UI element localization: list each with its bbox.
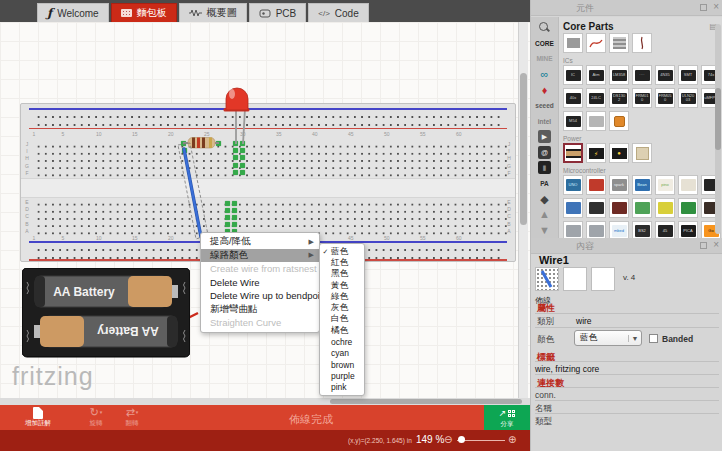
part-tile[interactable] — [563, 221, 583, 238]
horizontal-scrollbar-thumb[interactable] — [330, 399, 522, 404]
part-tile-DS1302[interactable]: DS1302 — [609, 88, 629, 108]
strip-item-search[interactable] — [531, 20, 558, 36]
tab-code[interactable]: </>Code — [308, 3, 368, 22]
undock-icon[interactable] — [700, 4, 707, 11]
color-menu-item[interactable]: 黃色 — [320, 280, 364, 291]
strip-item-seeed[interactable]: seeed — [531, 98, 558, 114]
part-tile-40x[interactable]: 40x — [563, 88, 583, 108]
canvas-horizontal-scrollbar[interactable] — [0, 398, 530, 405]
color-menu-item[interactable]: purple — [320, 370, 364, 381]
strip-item-mine[interactable]: MINE — [531, 51, 558, 67]
part-tile-pino[interactable]: pino — [655, 175, 675, 195]
part-tile-LM358[interactable]: LM358 — [609, 65, 629, 85]
part-tile[interactable] — [609, 111, 629, 131]
strip-item-@[interactable]: @ — [531, 145, 558, 161]
part-tile-ULN2003[interactable]: ULN2003 — [678, 88, 698, 108]
color-menu-item[interactable]: cyan — [320, 348, 364, 359]
part-tile-BS2[interactable]: BS2 — [632, 221, 652, 238]
part-tile[interactable] — [632, 33, 652, 53]
color-menu-item[interactable]: 黑色 — [320, 269, 364, 280]
color-menu-item[interactable]: 橘色 — [320, 325, 364, 336]
color-menu-item[interactable]: 紅色 — [320, 257, 364, 268]
menu-item[interactable]: Delete Wire up to bendpoints — [201, 289, 319, 303]
part-tile[interactable] — [609, 33, 629, 53]
part-tile-mbed[interactable]: mbed — [609, 221, 629, 238]
part-tile[interactable] — [609, 198, 629, 218]
breadboard-canvas[interactable]: 151015202530354045505560 151015202530354… — [0, 22, 530, 398]
part-tile[interactable] — [655, 198, 675, 218]
color-menu-item[interactable]: ochre — [320, 336, 364, 347]
color-menu-item[interactable]: 白色 — [320, 314, 364, 325]
menu-item[interactable]: Delete Wire — [201, 276, 319, 290]
part-tile[interactable] — [563, 143, 583, 163]
part-tile-M54[interactable]: M54 — [563, 111, 583, 131]
tab-breadboard[interactable]: 麵包板 — [111, 3, 177, 22]
menu-item[interactable]: Straighten Curve — [201, 316, 319, 330]
bin-scrollbar-thumb[interactable] — [715, 88, 721, 150]
menu-item[interactable]: 提高/降低▶ — [201, 235, 319, 249]
strip-item-∞[interactable]: ∞ — [531, 67, 558, 83]
strip-item-intel[interactable]: intel — [531, 113, 558, 129]
strip-item-♦[interactable]: ♦ — [531, 82, 558, 98]
color-menu-item[interactable]: ✓藍色 — [320, 246, 364, 257]
part-tile[interactable] — [632, 143, 652, 163]
strip-item-◆[interactable]: ◆ — [531, 191, 558, 207]
part-tile-4N35[interactable]: 4N35 — [655, 65, 675, 85]
zoom-slider-knob[interactable] — [458, 436, 465, 443]
part-tile-PICA[interactable]: PICA — [678, 221, 698, 238]
wire-color-dropdown[interactable]: 藍色▼ — [574, 330, 642, 346]
part-tile[interactable] — [586, 33, 606, 53]
part-tile-FRM010[interactable]: FRM010 — [632, 88, 652, 108]
strip-item-▮[interactable]: ▮ — [531, 160, 558, 176]
menu-item[interactable]: 線路顏色▶ — [201, 249, 319, 263]
part-tile[interactable] — [586, 221, 606, 238]
menu-item[interactable]: Create wire from ratsnest — [201, 262, 319, 276]
part-tile-spark[interactable]: spark — [609, 175, 629, 195]
part-tile-FRM050[interactable]: FRM050 — [655, 88, 675, 108]
color-menu-item[interactable]: 綠色 — [320, 291, 364, 302]
strip-item-▲[interactable]: ▲ — [531, 207, 558, 223]
tab-schematic[interactable]: 概要圖 — [179, 3, 247, 22]
part-tile-⚡[interactable]: ⚡ — [586, 143, 606, 163]
strip-item-▼[interactable]: ▼ — [531, 223, 558, 239]
undock-icon[interactable] — [700, 242, 707, 249]
zoom-out-icon[interactable]: ⊖ — [444, 434, 452, 445]
close-icon[interactable]: × — [713, 239, 719, 250]
share-button[interactable]: ↗ 分享 — [484, 405, 530, 430]
part-tile-UNO[interactable]: UNO — [563, 175, 583, 195]
strip-item-core[interactable]: CORE — [531, 36, 558, 52]
menu-item[interactable]: 新增彎曲點 — [201, 303, 319, 317]
pcb-view-tile[interactable] — [591, 267, 615, 291]
part-tile-●[interactable]: ● — [609, 143, 629, 163]
breadboard-view-tile[interactable] — [535, 267, 559, 291]
part-tile-Atm[interactable]: Atm — [586, 65, 606, 85]
vertical-scrollbar-thumb[interactable] — [520, 73, 527, 225]
color-menu-item[interactable]: 灰色 — [320, 302, 364, 313]
strip-item-▶[interactable]: ▶ — [531, 129, 558, 145]
add-note-button[interactable]: 增加註解 — [11, 406, 65, 429]
part-tile-SMT[interactable]: SMT — [678, 65, 698, 85]
tab-pcb[interactable]: PCB — [249, 3, 307, 22]
zoom-in-icon[interactable]: ⊕ — [508, 434, 516, 445]
part-tile-Bean[interactable]: Bean — [632, 175, 652, 195]
strip-item-pa[interactable]: PA — [531, 176, 558, 192]
schematic-view-tile[interactable] — [563, 267, 587, 291]
banded-checkbox[interactable] — [649, 334, 658, 343]
part-tile[interactable] — [586, 175, 606, 195]
part-tile[interactable] — [563, 33, 583, 53]
color-menu-item[interactable]: pink — [320, 382, 364, 393]
part-tile[interactable] — [678, 198, 698, 218]
part-tile-····[interactable]: ···· — [632, 65, 652, 85]
part-tile-IC[interactable]: IC — [563, 65, 583, 85]
part-tile-45[interactable]: 45 — [655, 221, 675, 238]
battery-pack[interactable]: AA Battery AA Battery — [22, 268, 190, 358]
flip-button[interactable]: ⇄▾ 翻轉 — [105, 406, 159, 429]
bin-scrollbar[interactable] — [715, 24, 721, 234]
color-menu-item[interactable]: brown — [320, 359, 364, 370]
part-tile[interactable] — [586, 198, 606, 218]
part-tile[interactable] — [678, 175, 698, 195]
part-tile[interactable] — [632, 198, 652, 218]
part-tile[interactable] — [563, 198, 583, 218]
canvas-vertical-scrollbar[interactable] — [518, 22, 528, 398]
part-tile-24LC[interactable]: 24LC — [586, 88, 606, 108]
